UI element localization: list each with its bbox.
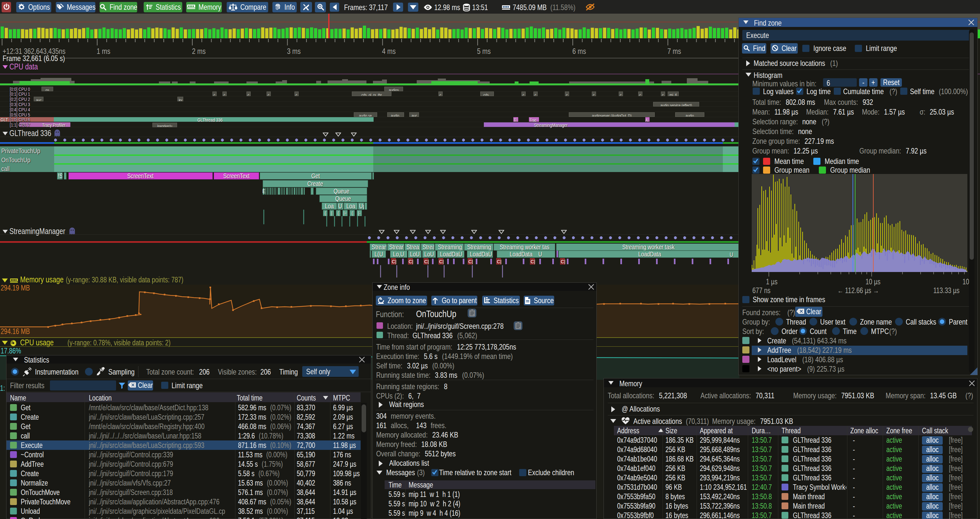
svg-text:C|: C|: [497, 259, 502, 264]
svg-text:C|: C|: [424, 259, 429, 264]
svg-text:C|: C|: [468, 259, 473, 264]
svg-text:C|: C|: [439, 259, 444, 264]
svg-text:C|: C|: [531, 259, 535, 264]
svg-text:C|: C|: [392, 259, 397, 264]
svg-text:C|: C|: [561, 259, 566, 264]
svg-text:C|: C|: [409, 259, 414, 264]
